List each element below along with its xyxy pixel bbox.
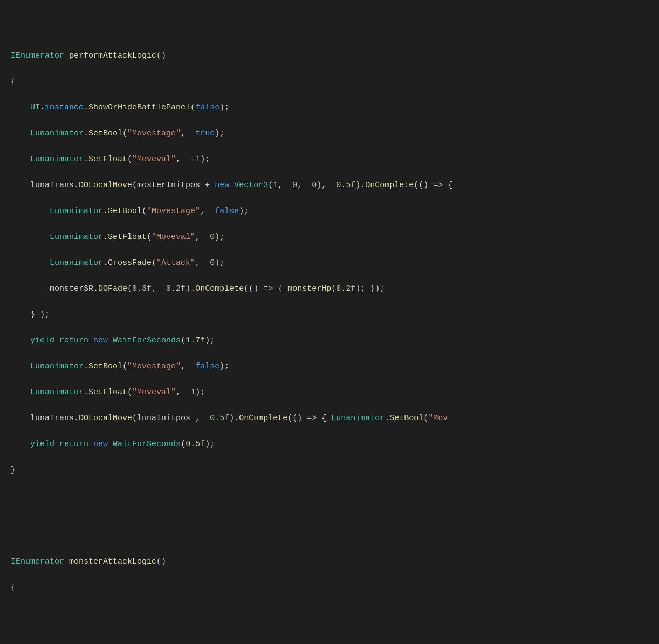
line-empty1 (11, 607, 648, 620)
line-brace1: { (11, 76, 648, 88)
line-setfloat1: Lunanimator.SetFloat("Moveval", -1); (11, 153, 648, 166)
line-brace2: { (11, 581, 648, 594)
line-inner-setfloat1: Lunanimator.SetFloat("Moveval", 0); (11, 231, 648, 244)
line-setbool2: Lunanimator.SetBool("Movestage", false); (11, 360, 648, 373)
line-inner-crossfade1: Lunanimator.CrossFade("Attack", 0); (11, 257, 648, 270)
line-close-lambda1: } ); (11, 309, 648, 321)
line-inner-dofade1: monsterSR.DOFade(0.3f, 0.2f).OnComplete(… (11, 283, 648, 296)
line-setfloat2: Lunanimator.SetFloat("Moveval", 1); (11, 386, 648, 399)
line-end-brace1: } (11, 464, 648, 477)
line-empty2 (11, 633, 648, 644)
section-monster-attack: IEnumerator monsterAttackLogic() { monst… (11, 543, 648, 644)
code-editor: IEnumerator performAttackLogic() { UI.in… (11, 11, 648, 644)
line-sig1: IEnumerator performAttackLogic() (11, 50, 648, 63)
line-inner-setbool1: Lunanimator.SetBool("Movestage", false); (11, 205, 648, 218)
line-sig2: IEnumerator monsterAttackLogic() (11, 556, 648, 568)
line-setbool1: Lunanimator.SetBool("Movestage", true); (11, 127, 648, 140)
line-yield1: yield return new WaitForSeconds(1.7f); (11, 334, 648, 347)
section-perform-attack: IEnumerator performAttackLogic() { UI.in… (11, 37, 648, 490)
line-ui-call: UI.instance.ShowOrHideBattlePanel(false)… (11, 101, 648, 114)
line-dolocalm2: lunaTrans.DOLocalMove(lunaInitpos , 0.5f… (11, 412, 648, 425)
line-dolocalm1: lunaTrans.DOLocalMove(mosterInitpos + ne… (11, 179, 648, 192)
line-yield2: yield return new WaitForSeconds(0.5f); (11, 438, 648, 451)
